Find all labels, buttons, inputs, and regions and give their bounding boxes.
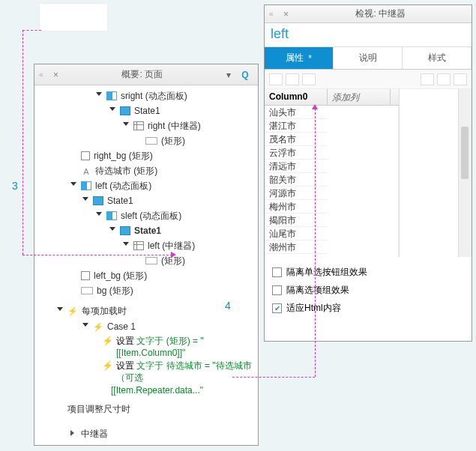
arrowhead-icon — [312, 104, 318, 109]
inspector-panel: « × 检视: 中继器 left 属性* 说明 样式 Column0 添加列 汕… — [264, 4, 472, 342]
tree-node-pending-city[interactable]: 待选城市 (矩形) — [34, 163, 258, 178]
add-column[interactable]: 添加列 — [328, 89, 391, 105]
opt-isolate-select[interactable]: 隔离选项组效果 — [272, 281, 464, 299]
tree-node-sright[interactable]: sright (动态面板) — [34, 88, 258, 103]
event-sizeadjust[interactable]: 项目调整尺寸时 — [34, 401, 258, 417]
tab-style[interactable]: 样式 — [403, 47, 472, 69]
repeater-toolbar — [265, 70, 472, 89]
tab-properties[interactable]: 属性* — [265, 47, 334, 69]
data-row[interactable]: 韶关市 — [265, 173, 328, 187]
inspector-header: « × 检视: 中继器 — [265, 5, 472, 23]
tree-node-right-bg[interactable]: right_bg (矩形) — [34, 148, 258, 163]
opt-isolate-radio[interactable]: 隔离单选按钮组效果 — [272, 263, 464, 281]
event-action-2[interactable]: ⚡设置 文字于 待选城市 = "待选城市（可选 — [34, 360, 258, 384]
data-row[interactable]: 汕尾市 — [265, 227, 328, 240]
tree-node-right-repeater[interactable]: right (中继器) — [34, 118, 258, 133]
data-row[interactable]: 茂名市 — [265, 133, 328, 146]
tree-node-left-panel[interactable]: left (动态面板) — [34, 178, 258, 193]
tree-node-rect2[interactable]: (矩形) — [34, 253, 258, 268]
inspector-title: 检视: 中继器 — [295, 7, 467, 20]
annotation-line — [315, 109, 316, 377]
tree-node-rect1[interactable]: (矩形) — [34, 133, 258, 148]
data-row[interactable]: 湛江市 — [265, 119, 328, 133]
event-action-1[interactable]: ⚡设置 文字于 (矩形) = "[[Item.Column0]]" — [34, 335, 258, 359]
tab-notes[interactable]: 说明 — [334, 47, 403, 69]
checkbox-checked-icon — [272, 303, 282, 313]
tb-icon-6[interactable] — [454, 73, 467, 85]
scrollbar[interactable] — [458, 89, 472, 257]
data-row[interactable]: 汕头市 — [265, 106, 328, 119]
widget-name-input[interactable]: left — [265, 23, 472, 47]
opt-fit-html[interactable]: 适应Html内容 — [272, 299, 464, 317]
annotation-line — [22, 30, 41, 31]
blank-box — [39, 3, 108, 31]
data-row[interactable]: 云浮市 — [265, 146, 328, 160]
data-row[interactable]: 揭阳市 — [265, 214, 328, 227]
data-row[interactable]: 梅州市 — [265, 200, 328, 214]
tb-icon-3[interactable] — [302, 73, 316, 85]
outline-tree: sright (动态面板) State1 right (中继器) (矩形) ri… — [34, 85, 258, 445]
tb-icon-5[interactable] — [437, 73, 451, 85]
outline-title: 概要: 页面 — [64, 68, 220, 81]
repeater-options: 隔离单选按钮组效果 隔离选项组效果 适应Html内容 — [265, 257, 472, 323]
event-case1[interactable]: Case 1 — [34, 319, 258, 334]
footer-repeater[interactable]: 中继器 — [34, 426, 258, 441]
annotation-label-3: 3 — [12, 180, 18, 192]
column-header-0[interactable]: Column0 — [265, 89, 328, 105]
tree-node-left-repeater[interactable]: left (中继器) — [34, 238, 258, 253]
search-icon[interactable]: Q — [238, 68, 252, 82]
tb-icon-4[interactable] — [421, 73, 434, 85]
collapse-icon[interactable]: « — [269, 10, 274, 18]
close-icon[interactable]: × — [280, 7, 293, 21]
annotation-line — [232, 377, 315, 378]
tree-node-left-bg[interactable]: left_bg (矩形) — [34, 268, 258, 283]
data-row[interactable]: 潮州市 — [265, 240, 328, 254]
event-action-2b: [[Item.Repeater.data..." — [34, 384, 258, 396]
annotation-label-4: 4 — [225, 300, 231, 312]
collapse-icon[interactable]: « — [39, 70, 43, 79]
data-row[interactable]: 清远市 — [265, 160, 328, 173]
checkbox-icon — [272, 267, 282, 277]
tree-node-state1c[interactable]: State1 — [34, 223, 258, 238]
close-icon[interactable]: × — [49, 68, 63, 82]
outline-header: « × 概要: 页面 ▾ Q — [34, 64, 258, 85]
annotation-line — [22, 30, 23, 255]
tb-icon-2[interactable] — [286, 73, 299, 85]
filter-icon[interactable]: ▾ — [222, 68, 235, 82]
arrowhead-icon — [171, 252, 176, 258]
data-row[interactable]: 河源市 — [265, 187, 328, 200]
tb-icon-1[interactable] — [269, 73, 283, 85]
checkbox-icon — [272, 285, 282, 295]
tree-node-state1a[interactable]: State1 — [34, 103, 258, 118]
tree-node-state1b[interactable]: State1 — [34, 193, 258, 208]
tree-node-sleft[interactable]: sleft (动态面板) — [34, 208, 258, 223]
repeater-data-grid: Column0 添加列 汕头市 湛江市 茂名市 云浮市 清远市 韶关市 河源市 … — [265, 89, 472, 257]
annotation-line — [22, 255, 172, 255]
data-rows[interactable]: 汕头市 湛江市 茂名市 云浮市 清远市 韶关市 河源市 梅州市 揭阳市 汕尾市 … — [265, 106, 399, 257]
tree-node-bg[interactable]: bg (矩形) — [34, 283, 258, 298]
inspector-tabs: 属性* 说明 样式 — [265, 47, 472, 70]
